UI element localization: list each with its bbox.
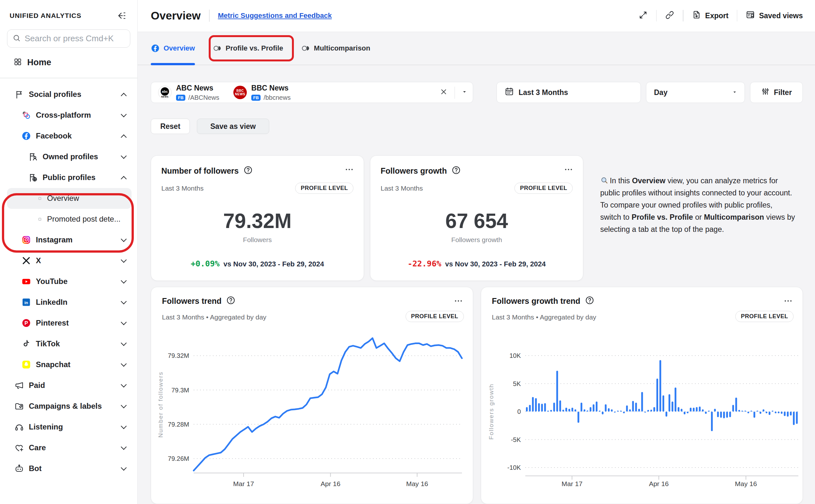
chevron-down-icon [121,236,126,242]
date-range-picker[interactable]: Last 3 Months [496,82,641,103]
page-title: Overview [151,9,201,22]
svg-text:-5K: -5K [510,436,521,443]
card-menu-button[interactable] [564,165,573,176]
reset-button[interactable]: Reset [151,119,190,134]
svg-text:Mar 17: Mar 17 [561,480,582,487]
export-button[interactable]: Export [692,10,729,21]
tab-bar: OverviewProfile vs. ProfileMulticomparis… [138,32,815,65]
sidebar-item-overview[interactable]: Overview [7,188,131,209]
youtube-icon [21,277,31,286]
close-icon [439,88,448,96]
sidebar: UNIFIED ANALYTICS Home Social profilesCr… [0,0,138,504]
sidebar-item-snapchat[interactable]: Snapchat [0,354,137,375]
copy-link-button[interactable] [665,10,675,21]
sidebar-item-x[interactable]: X [0,250,137,271]
profile-selector[interactable]: abcNEWSABC News FB /ABCNewsBBCNEWSBBC Ne… [151,82,473,103]
tab-overview[interactable]: Overview [151,32,195,65]
facebook-icon [21,131,31,141]
ellipsis-icon [564,165,573,174]
profile-chip-bbc-news[interactable]: BBCNEWSBBC News FB /bbcnews [234,84,291,101]
sidebar-item-tiktok[interactable]: TikTok [0,334,137,354]
svg-text:Number of followers: Number of followers [157,372,164,438]
sidebar-item-facebook[interactable]: Facebook [0,126,137,146]
bullet-icon [38,197,41,200]
svg-text:79.3M: 79.3M [171,387,189,394]
ellipsis-icon [783,296,793,306]
svg-text:May 16: May 16 [406,480,428,487]
chevron-down-icon [121,423,126,429]
expand-icon [638,10,648,20]
bbc-news-avatar: BBCNEWS [234,86,247,99]
sidebar-item-bot[interactable]: Bot [0,458,137,479]
sidebar-item-listening[interactable]: Listening [0,417,137,437]
help-icon[interactable] [243,165,253,176]
chevron-down-icon [121,111,126,117]
listening-icon [14,422,24,432]
chevron-down-icon [121,278,126,283]
search-input[interactable] [25,34,132,43]
clear-profiles-button[interactable] [439,88,448,97]
sidebar-item-promoted-post-dete[interactable]: Promoted post dete... [0,209,137,230]
svg-text:Apr 16: Apr 16 [321,480,340,487]
chevron-down-icon [121,257,126,263]
calendar-icon [504,87,514,96]
granularity-select[interactable]: Day [646,82,745,103]
ellipsis-icon [454,296,463,306]
sidebar-item-social-profiles[interactable]: Social profiles [0,84,137,105]
sidebar-item-campaigns-labels[interactable]: Campaigns & labels [0,396,137,417]
sidebar-search[interactable] [7,29,130,48]
profile-level-badge: PROFILE LEVEL [295,183,353,194]
sidebar-item-care[interactable]: Care [0,437,137,458]
header-actions: Export Saved views [638,10,803,21]
chevron-down-icon [121,361,126,366]
help-icon[interactable] [585,295,594,306]
svg-text:Followers growth: Followers growth [488,383,494,440]
chart-cards-row: Followers trend Last 3 Months • Aggregat… [151,287,803,504]
help-icon[interactable] [451,165,461,176]
filter-button[interactable]: Filter [750,82,803,103]
sidebar-item-linkedin[interactable]: inLinkedIn [0,292,137,313]
help-icon[interactable] [226,295,236,306]
metric-suggestions-link[interactable]: Metric Suggestions and Feedback [218,12,332,20]
tab-multicomparison[interactable]: Multicomparison [301,32,370,65]
granularity-caret-icon [732,88,738,97]
sidebar-item-instagram[interactable]: Instagram [0,230,137,250]
saved-views-button[interactable]: Saved views [746,10,803,21]
card-menu-button[interactable] [454,296,463,307]
followers-growth-trend-chart: 10K5K0-5K-10KFollowers growthMar 17Apr 1… [481,323,803,502]
tab-profile-vs-profile[interactable]: Profile vs. Profile [213,32,283,65]
question-icon [585,295,594,305]
chevron-down-icon [121,298,126,304]
sidebar-item-cross-platform[interactable]: Cross-platform [0,105,137,126]
search-icon [12,34,21,43]
chevron-down-icon [121,319,126,325]
save-as-view-button[interactable]: Save as view [197,119,269,134]
filter-icon [761,87,770,98]
sidebar-item-home[interactable]: Home [0,52,137,73]
sidebar-item-owned-profiles[interactable]: Owned profiles [0,146,137,167]
svg-text:Apr 16: Apr 16 [649,480,669,487]
flag-icon [14,90,24,99]
collapse-sidebar-button[interactable] [117,11,126,20]
card-title: Number of followers [161,166,239,176]
card-menu-button[interactable] [783,296,793,307]
home-icon [13,58,22,67]
growth-delta: -22.96% [408,259,441,268]
page-header: Overview Metric Suggestions and Feedback… [138,0,815,32]
search-icon [12,34,21,42]
campaigns-icon [14,401,24,411]
sidebar-item-paid[interactable]: Paid [0,375,137,396]
sidebar-item-public-profiles[interactable]: Public profiles [0,167,137,188]
profile-dropdown-caret[interactable] [461,89,468,96]
compare-icon [213,44,222,53]
svg-text:79.32M: 79.32M [168,352,189,359]
card-menu-button[interactable] [344,165,354,176]
chart-title: Followers trend [162,296,222,306]
profile-chip-abc-news[interactable]: abcNEWSABC News FB /ABCNews [158,84,219,101]
followers-value: 79.32M [223,209,291,233]
sidebar-item-pinterest[interactable]: PPinterest [0,313,137,334]
sidebar-item-youtube[interactable]: YouTube [0,271,137,292]
expand-button[interactable] [638,10,648,21]
chevron-down-icon [121,340,126,346]
followers-trend-card: Followers trend Last 3 Months • Aggregat… [151,287,473,504]
